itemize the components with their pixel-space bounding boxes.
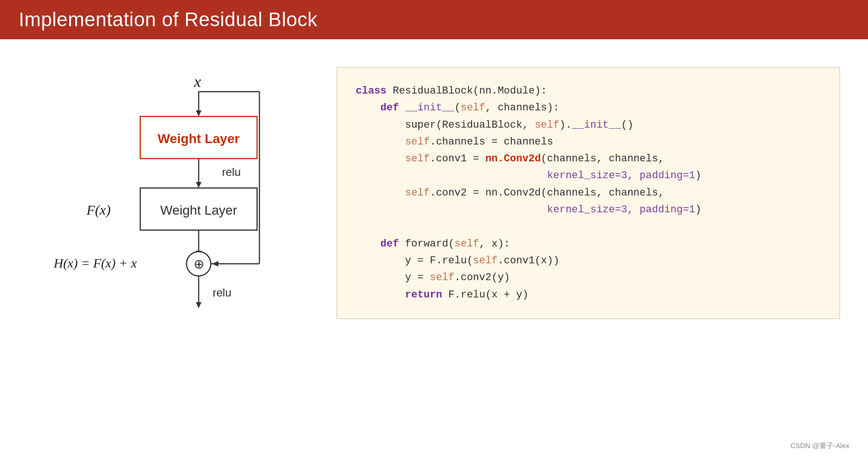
code-block: class ResidualBlock(nn.Module): def __in…	[337, 67, 840, 319]
svg-text:relu: relu	[222, 166, 241, 178]
svg-marker-20	[212, 261, 218, 267]
code-line-blank	[356, 218, 821, 235]
residual-block-diagram: x Weight Layer relu Weight Layer	[40, 67, 297, 329]
svg-marker-15	[196, 302, 201, 308]
code-line-3: super(ResidualBlock, self).__init__()	[356, 117, 821, 134]
code-line-11: y = self.conv2(y)	[356, 269, 821, 286]
code-line-10: y = F.relu(self.conv1(x))	[356, 253, 821, 269]
code-line-12: return F.relu(x + y)	[356, 287, 821, 304]
svg-text:F(x): F(x)	[86, 202, 111, 218]
diagram-side: x Weight Layer relu Weight Layer	[28, 58, 308, 329]
code-line-8: kernel_size=3, padding=1)	[356, 202, 821, 218]
footer-credit: CSDN @量子-Alex	[790, 442, 849, 450]
svg-text:relu: relu	[213, 286, 231, 299]
main-content: x Weight Layer relu Weight Layer	[0, 39, 868, 438]
code-side: class ResidualBlock(nn.Module): def __in…	[337, 58, 840, 319]
code-line-2: def __init__(self, channels):	[356, 100, 821, 116]
code-line-6: kernel_size=3, padding=1)	[356, 167, 821, 184]
header: Implementation of Residual Block	[0, 0, 868, 39]
svg-text:Weight Layer: Weight Layer	[158, 131, 239, 146]
svg-marker-2	[196, 110, 201, 116]
footer: CSDN @量子-Alex	[0, 438, 868, 456]
code-line-4: self.channels = channels	[356, 134, 821, 151]
code-line-7: self.conv2 = nn.Conv2d(channels, channel…	[356, 185, 821, 202]
slide: Implementation of Residual Block x Weigh…	[0, 0, 868, 456]
code-line-5: self.conv1 = nn.Conv2d(channels, channel…	[356, 151, 821, 167]
svg-text:H(x) = F(x) + x: H(x) = F(x) + x	[53, 256, 137, 270]
slide-title: Implementation of Residual Block	[19, 8, 317, 31]
svg-text:x: x	[194, 73, 201, 90]
code-line-9: def forward(self, x):	[356, 236, 821, 253]
svg-text:⊕: ⊕	[194, 257, 204, 271]
svg-text:Weight Layer: Weight Layer	[160, 203, 237, 217]
code-line-1: class ResidualBlock(nn.Module):	[356, 83, 821, 100]
svg-marker-6	[196, 182, 201, 188]
